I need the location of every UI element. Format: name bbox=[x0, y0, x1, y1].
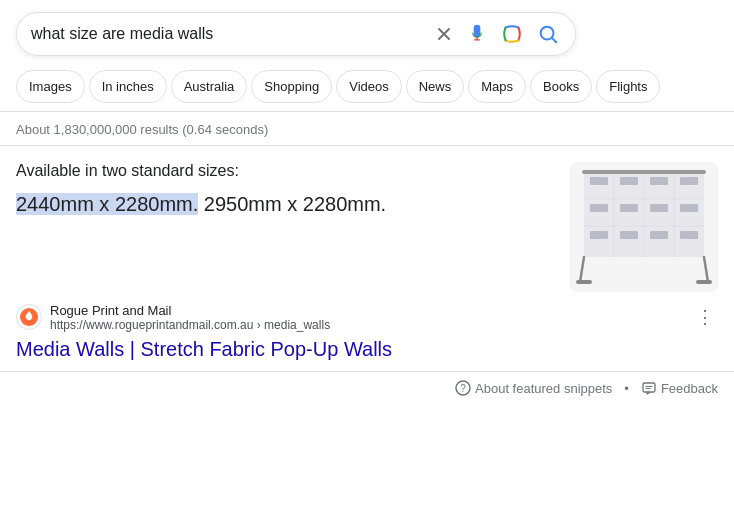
clear-button[interactable] bbox=[433, 23, 455, 45]
source-info: Rogue Print and Mail https://www.roguepr… bbox=[16, 302, 718, 332]
tab-news[interactable]: News bbox=[406, 70, 465, 103]
tab-in-inches[interactable]: In inches bbox=[89, 70, 167, 103]
svg-rect-25 bbox=[696, 280, 712, 284]
search-input[interactable] bbox=[31, 25, 425, 43]
tab-shopping[interactable]: Shopping bbox=[251, 70, 332, 103]
search-bar-wrapper bbox=[0, 0, 734, 66]
results-count: About 1,830,000,000 results (0.64 second… bbox=[0, 112, 734, 146]
svg-rect-16 bbox=[650, 204, 668, 212]
svg-rect-30 bbox=[643, 383, 655, 392]
source-menu-button[interactable]: ⋮ bbox=[692, 302, 718, 332]
tab-flights[interactable]: Flights bbox=[596, 70, 660, 103]
snippet-image bbox=[570, 162, 718, 292]
question-icon: ? bbox=[455, 380, 471, 396]
svg-rect-24 bbox=[576, 280, 592, 284]
about-snippets-item[interactable]: ? About featured snippets bbox=[455, 380, 612, 396]
search-icon bbox=[537, 23, 559, 45]
svg-rect-13 bbox=[680, 177, 698, 185]
source-name: Rogue Print and Mail bbox=[50, 303, 330, 318]
svg-rect-17 bbox=[680, 204, 698, 212]
dot-separator: • bbox=[624, 381, 629, 396]
lens-search-button[interactable] bbox=[499, 21, 525, 47]
tab-australia[interactable]: Australia bbox=[171, 70, 248, 103]
search-bar bbox=[16, 12, 576, 56]
svg-rect-14 bbox=[590, 204, 608, 212]
snippet-text: Available in two standard sizes: 2440mm … bbox=[16, 162, 550, 218]
search-button[interactable] bbox=[535, 21, 561, 47]
feedback-icon bbox=[641, 380, 657, 396]
snippet-title: Available in two standard sizes: bbox=[16, 162, 550, 180]
svg-text:?: ? bbox=[460, 383, 466, 394]
svg-rect-10 bbox=[590, 177, 608, 185]
bottom-bar: ? About featured snippets • Feedback bbox=[0, 371, 734, 404]
svg-rect-12 bbox=[650, 177, 668, 185]
lens-icon bbox=[501, 23, 523, 45]
source-details: Rogue Print and Mail https://www.roguepr… bbox=[50, 303, 330, 332]
svg-rect-18 bbox=[590, 231, 608, 239]
feedback-item[interactable]: Feedback bbox=[641, 380, 718, 396]
search-icons bbox=[433, 21, 561, 47]
source-url: https://www.rogueprintandmail.com.au › m… bbox=[50, 318, 330, 332]
svg-rect-21 bbox=[680, 231, 698, 239]
media-wall-svg bbox=[570, 162, 718, 292]
snippet-size2: 2950mm x 2280mm. bbox=[198, 193, 386, 215]
snippet-sizes: 2440mm x 2280mm. 2950mm x 2280mm. bbox=[16, 190, 550, 218]
tab-videos[interactable]: Videos bbox=[336, 70, 402, 103]
snippet-size1-highlight: 2440mm x 2280mm. bbox=[16, 193, 198, 215]
mic-icon bbox=[467, 24, 487, 44]
svg-rect-19 bbox=[620, 231, 638, 239]
result-link[interactable]: Media Walls | Stretch Fabric Pop-Up Wall… bbox=[16, 338, 718, 361]
tab-images[interactable]: Images bbox=[16, 70, 85, 103]
svg-point-1 bbox=[508, 30, 515, 37]
about-snippets-label: About featured snippets bbox=[475, 381, 612, 396]
svg-rect-26 bbox=[582, 170, 706, 174]
favicon-icon bbox=[20, 308, 38, 326]
svg-rect-20 bbox=[650, 231, 668, 239]
tab-books[interactable]: Books bbox=[530, 70, 592, 103]
source-favicon bbox=[16, 304, 42, 330]
svg-rect-11 bbox=[620, 177, 638, 185]
feedback-label: Feedback bbox=[661, 381, 718, 396]
featured-snippet: Available in two standard sizes: 2440mm … bbox=[16, 162, 718, 292]
filter-tabs: Images In inches Australia Shopping Vide… bbox=[0, 66, 734, 112]
svg-rect-15 bbox=[620, 204, 638, 212]
voice-search-button[interactable] bbox=[465, 22, 489, 46]
tab-maps[interactable]: Maps bbox=[468, 70, 526, 103]
close-icon bbox=[435, 25, 453, 43]
